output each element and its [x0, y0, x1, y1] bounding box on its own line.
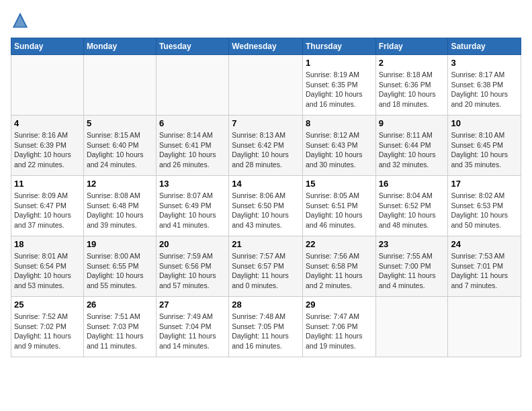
calendar-day-empty	[156, 55, 228, 116]
calendar-week-row: 11Sunrise: 8:09 AM Sunset: 6:47 PM Dayli…	[11, 176, 521, 236]
calendar-day-29: 29Sunrise: 7:47 AM Sunset: 7:06 PM Dayli…	[302, 297, 375, 357]
day-number: 27	[159, 300, 226, 310]
day-info: Sunrise: 7:47 AM Sunset: 7:06 PM Dayligh…	[306, 312, 373, 351]
day-number: 24	[451, 239, 518, 249]
calendar-day-13: 13Sunrise: 8:07 AM Sunset: 6:49 PM Dayli…	[156, 176, 228, 236]
day-info: Sunrise: 8:02 AM Sunset: 6:53 PM Dayligh…	[451, 191, 518, 230]
calendar-table: SundayMondayTuesdayWednesdayThursdayFrid…	[11, 38, 521, 357]
day-number: 2	[379, 58, 445, 68]
day-number: 29	[306, 300, 373, 310]
calendar-day-20: 20Sunrise: 7:59 AM Sunset: 6:56 PM Dayli…	[156, 236, 228, 297]
calendar-day-14: 14Sunrise: 8:06 AM Sunset: 6:50 PM Dayli…	[229, 176, 303, 236]
day-info: Sunrise: 8:12 AM Sunset: 6:43 PM Dayligh…	[306, 130, 373, 170]
calendar-day-10: 10Sunrise: 8:10 AM Sunset: 6:45 PM Dayli…	[448, 116, 521, 176]
day-number: 7	[232, 118, 300, 128]
weekday-header-monday: Monday	[83, 38, 156, 55]
day-info: Sunrise: 8:04 AM Sunset: 6:52 PM Dayligh…	[379, 191, 445, 230]
day-number: 4	[14, 118, 81, 128]
day-info: Sunrise: 8:10 AM Sunset: 6:45 PM Dayligh…	[451, 130, 518, 170]
day-info: Sunrise: 7:48 AM Sunset: 7:05 PM Dayligh…	[232, 312, 300, 351]
day-info: Sunrise: 7:51 AM Sunset: 7:03 PM Dayligh…	[87, 312, 153, 351]
calendar-day-empty	[375, 297, 448, 357]
day-number: 12	[87, 179, 153, 189]
day-info: Sunrise: 8:14 AM Sunset: 6:41 PM Dayligh…	[159, 130, 226, 170]
logo-icon	[11, 11, 30, 30]
calendar-day-23: 23Sunrise: 7:55 AM Sunset: 7:00 PM Dayli…	[375, 236, 448, 297]
day-number: 25	[14, 300, 81, 310]
calendar-day-25: 25Sunrise: 7:52 AM Sunset: 7:02 PM Dayli…	[11, 297, 84, 357]
day-number: 23	[379, 239, 445, 249]
calendar-day-16: 16Sunrise: 8:04 AM Sunset: 6:52 PM Dayli…	[375, 176, 448, 236]
calendar-day-empty	[83, 55, 156, 116]
day-info: Sunrise: 8:07 AM Sunset: 6:49 PM Dayligh…	[159, 191, 226, 230]
calendar-day-7: 7Sunrise: 8:13 AM Sunset: 6:42 PM Daylig…	[229, 116, 303, 176]
calendar-day-27: 27Sunrise: 7:49 AM Sunset: 7:04 PM Dayli…	[156, 297, 228, 357]
day-number: 15	[306, 179, 373, 189]
calendar-week-row: 25Sunrise: 7:52 AM Sunset: 7:02 PM Dayli…	[11, 297, 521, 357]
day-number: 19	[87, 239, 153, 249]
day-number: 18	[14, 239, 81, 249]
day-number: 3	[451, 58, 518, 68]
day-number: 1	[306, 58, 373, 68]
day-number: 26	[87, 300, 153, 310]
day-info: Sunrise: 7:56 AM Sunset: 6:58 PM Dayligh…	[306, 251, 373, 291]
calendar-day-11: 11Sunrise: 8:09 AM Sunset: 6:47 PM Dayli…	[11, 176, 84, 236]
day-info: Sunrise: 8:13 AM Sunset: 6:42 PM Dayligh…	[232, 130, 300, 170]
calendar-day-22: 22Sunrise: 7:56 AM Sunset: 6:58 PM Dayli…	[302, 236, 375, 297]
day-info: Sunrise: 7:57 AM Sunset: 6:57 PM Dayligh…	[232, 251, 300, 291]
calendar-day-28: 28Sunrise: 7:48 AM Sunset: 7:05 PM Dayli…	[229, 297, 303, 357]
calendar-day-21: 21Sunrise: 7:57 AM Sunset: 6:57 PM Dayli…	[229, 236, 303, 297]
day-info: Sunrise: 8:00 AM Sunset: 6:55 PM Dayligh…	[87, 251, 153, 291]
calendar-day-empty	[11, 55, 84, 116]
weekday-header-tuesday: Tuesday	[156, 38, 228, 55]
calendar-day-12: 12Sunrise: 8:08 AM Sunset: 6:48 PM Dayli…	[83, 176, 156, 236]
day-number: 16	[379, 179, 445, 189]
day-number: 13	[159, 179, 226, 189]
calendar-day-empty	[229, 55, 303, 116]
day-info: Sunrise: 8:19 AM Sunset: 6:35 PM Dayligh…	[306, 70, 373, 109]
day-info: Sunrise: 8:09 AM Sunset: 6:47 PM Dayligh…	[14, 191, 81, 230]
calendar-body: 1Sunrise: 8:19 AM Sunset: 6:35 PM Daylig…	[11, 55, 521, 357]
calendar-day-4: 4Sunrise: 8:16 AM Sunset: 6:39 PM Daylig…	[11, 116, 84, 176]
weekday-header-wednesday: Wednesday	[229, 38, 303, 55]
day-info: Sunrise: 7:52 AM Sunset: 7:02 PM Dayligh…	[14, 312, 81, 351]
calendar-day-26: 26Sunrise: 7:51 AM Sunset: 7:03 PM Dayli…	[83, 297, 156, 357]
day-info: Sunrise: 8:06 AM Sunset: 6:50 PM Dayligh…	[232, 191, 300, 230]
day-info: Sunrise: 8:05 AM Sunset: 6:51 PM Dayligh…	[306, 191, 373, 230]
weekday-header-thursday: Thursday	[302, 38, 375, 55]
day-number: 11	[14, 179, 81, 189]
calendar-header-row: SundayMondayTuesdayWednesdayThursdayFrid…	[11, 38, 521, 55]
day-number: 20	[159, 239, 226, 249]
calendar-day-8: 8Sunrise: 8:12 AM Sunset: 6:43 PM Daylig…	[302, 116, 375, 176]
calendar-day-empty	[448, 297, 521, 357]
day-number: 5	[87, 118, 153, 128]
weekday-header-saturday: Saturday	[448, 38, 521, 55]
day-number: 22	[306, 239, 373, 249]
calendar-day-2: 2Sunrise: 8:18 AM Sunset: 6:36 PM Daylig…	[375, 55, 448, 116]
logo	[11, 11, 31, 30]
calendar-day-3: 3Sunrise: 8:17 AM Sunset: 6:38 PM Daylig…	[448, 55, 521, 116]
day-info: Sunrise: 7:53 AM Sunset: 7:01 PM Dayligh…	[451, 251, 518, 291]
day-info: Sunrise: 8:11 AM Sunset: 6:44 PM Dayligh…	[379, 130, 445, 170]
calendar-week-row: 4Sunrise: 8:16 AM Sunset: 6:39 PM Daylig…	[11, 116, 521, 176]
calendar-week-row: 1Sunrise: 8:19 AM Sunset: 6:35 PM Daylig…	[11, 55, 521, 116]
calendar-day-15: 15Sunrise: 8:05 AM Sunset: 6:51 PM Dayli…	[302, 176, 375, 236]
calendar-day-6: 6Sunrise: 8:14 AM Sunset: 6:41 PM Daylig…	[156, 116, 228, 176]
day-info: Sunrise: 7:55 AM Sunset: 7:00 PM Dayligh…	[379, 251, 445, 291]
page-header	[11, 11, 521, 30]
day-number: 21	[232, 239, 300, 249]
calendar-week-row: 18Sunrise: 8:01 AM Sunset: 6:54 PM Dayli…	[11, 236, 521, 297]
day-number: 17	[451, 179, 518, 189]
weekday-header-friday: Friday	[375, 38, 448, 55]
day-number: 8	[306, 118, 373, 128]
day-number: 6	[159, 118, 226, 128]
weekday-header-sunday: Sunday	[11, 38, 84, 55]
day-info: Sunrise: 8:16 AM Sunset: 6:39 PM Dayligh…	[14, 130, 81, 170]
calendar-day-24: 24Sunrise: 7:53 AM Sunset: 7:01 PM Dayli…	[448, 236, 521, 297]
day-info: Sunrise: 7:49 AM Sunset: 7:04 PM Dayligh…	[159, 312, 226, 351]
day-info: Sunrise: 8:08 AM Sunset: 6:48 PM Dayligh…	[87, 191, 153, 230]
calendar-day-9: 9Sunrise: 8:11 AM Sunset: 6:44 PM Daylig…	[375, 116, 448, 176]
day-number: 10	[451, 118, 518, 128]
calendar-day-18: 18Sunrise: 8:01 AM Sunset: 6:54 PM Dayli…	[11, 236, 84, 297]
day-info: Sunrise: 8:18 AM Sunset: 6:36 PM Dayligh…	[379, 70, 445, 109]
